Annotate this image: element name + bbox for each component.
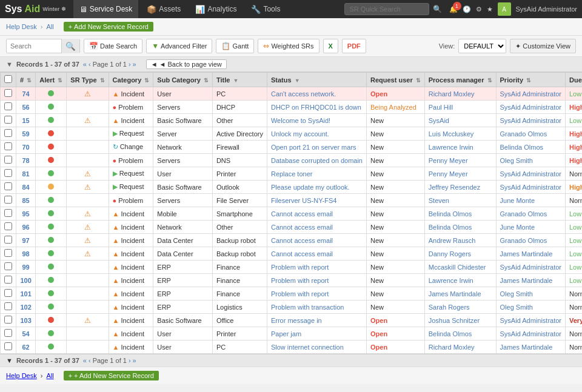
nav-item-analytics[interactable]: 📊 Analytics <box>189 0 242 18</box>
row-checkbox[interactable] <box>4 129 12 137</box>
procmgr-link[interactable]: James Martindale <box>500 344 553 351</box>
row-checkbox[interactable] <box>4 276 12 284</box>
nav-item-assets[interactable]: 📦 Assets <box>141 0 187 18</box>
procmgr-link[interactable]: SysAid Administrator <box>500 330 561 337</box>
title-link[interactable]: DHCP on FRHQDC01 is down <box>271 104 361 111</box>
row-checkbox[interactable] <box>4 89 12 97</box>
header-checkbox[interactable] <box>1 73 16 87</box>
table-row[interactable]: 99 ▲ Incident ERP Finance Problem with r… <box>1 261 583 274</box>
nav-item-tools[interactable]: 🔧 Tools <box>245 0 286 18</box>
title-link[interactable]: Open port 21 on server mars <box>271 144 356 151</box>
add-service-record-button[interactable]: + Add New Service Record <box>64 22 153 32</box>
requser-link[interactable]: Sarah Rogers <box>429 304 470 311</box>
breadcrumb-all[interactable]: All <box>46 23 53 30</box>
bottom-breadcrumb-all[interactable]: All <box>46 372 53 379</box>
title-link[interactable]: Paper jam <box>271 330 301 337</box>
bottom-page-next[interactable]: › <box>129 357 131 364</box>
header-title[interactable]: Title ▼ <box>212 73 267 87</box>
requser-link[interactable]: SysAid <box>429 117 449 124</box>
export-pdf-button[interactable]: PDF <box>342 39 366 53</box>
title-link[interactable]: Unlock my account. <box>271 130 329 138</box>
row-checkbox[interactable] <box>4 196 12 204</box>
table-row[interactable]: 84 ⚠ ▶ Request Basic Software Outlook Pl… <box>1 181 583 194</box>
procmgr-link[interactable]: Oleg Smith <box>500 290 533 297</box>
star-icon[interactable]: ★ <box>487 5 493 13</box>
table-row[interactable]: 81 ⚠ ▶ Request User Printer Replace tone… <box>1 167 583 181</box>
bottom-breadcrumb-help-desk[interactable]: Help Desk <box>6 372 37 379</box>
sr-number-link[interactable]: 102 <box>20 304 31 311</box>
customize-view-button[interactable]: ✦ Customize View <box>510 39 576 53</box>
title-link[interactable]: Problem with report <box>271 264 329 271</box>
row-checkbox[interactable] <box>4 102 12 110</box>
row-checkbox[interactable] <box>4 116 12 124</box>
header-duedate[interactable]: Due Date ⇅ <box>566 73 583 87</box>
procmgr-link[interactable]: June Monte <box>500 224 535 231</box>
collapse-icon-bottom[interactable]: ▼ <box>6 357 13 364</box>
table-row[interactable]: 62 ▲ Incident User PC Slow internet conn… <box>1 341 583 354</box>
requser-link[interactable]: Penny Meyer <box>429 170 468 178</box>
row-checkbox[interactable] <box>4 156 12 164</box>
row-checkbox[interactable] <box>4 302 12 310</box>
row-checkbox[interactable] <box>4 169 12 177</box>
bottom-add-service-record-button[interactable]: + + Add New Service Record <box>64 371 159 380</box>
requser-link[interactable]: Paul Hill <box>429 104 453 111</box>
procmgr-link[interactable]: SysAid Administrator <box>500 264 561 271</box>
row-checkbox[interactable] <box>4 289 12 297</box>
row-checkbox[interactable] <box>4 182 12 190</box>
requser-link[interactable]: Lawrence Irwin <box>429 277 473 284</box>
procmgr-link[interactable]: James Martindale <box>500 250 553 257</box>
sr-number-link[interactable]: 15 <box>22 117 29 124</box>
title-link[interactable]: Can't access network. <box>271 90 336 98</box>
requser-link[interactable]: Steven <box>429 197 449 204</box>
requser-link[interactable]: Joshua Schnitzer <box>429 317 480 324</box>
procmgr-link[interactable]: SysAid Administrator <box>500 117 561 124</box>
title-link[interactable]: Cannot access email <box>271 237 333 244</box>
requser-link[interactable]: James Martindale <box>429 290 481 297</box>
breadcrumb-help-desk[interactable]: Help Desk <box>6 23 37 30</box>
advanced-filter-button[interactable]: ▼ Advanced Filter <box>146 39 212 53</box>
table-row[interactable]: 15 ⚠ ▲ Incident Basic Software Other Wel… <box>1 114 583 127</box>
procmgr-link[interactable]: SysAid Administrator <box>500 104 561 111</box>
sr-number-link[interactable]: 100 <box>20 277 31 284</box>
title-link[interactable]: Cannot access email <box>271 224 333 231</box>
sr-number-link[interactable]: 97 <box>22 237 29 244</box>
table-row[interactable]: 56 ● Problem Servers DHCP DHCP on FRHQDC… <box>1 101 583 114</box>
collapse-icon[interactable]: ▼ <box>6 61 13 68</box>
row-checkbox[interactable] <box>4 222 12 230</box>
table-row[interactable]: 98 ⚠ ▲ Incident Data Center Backup robot… <box>1 247 583 261</box>
row-checkbox[interactable] <box>4 316 12 324</box>
procmgr-link[interactable]: James Martindale <box>500 277 553 284</box>
search-input[interactable] <box>7 41 61 51</box>
row-checkbox[interactable] <box>4 249 12 257</box>
procmgr-link[interactable]: Granado Olmos <box>500 130 547 138</box>
notification-badge[interactable]: 🔔 1 <box>449 5 458 13</box>
procmgr-link[interactable]: SysAid Administrator <box>500 170 561 178</box>
export-excel-button[interactable]: X <box>323 39 338 53</box>
page-last-icon[interactable]: » <box>133 61 136 68</box>
procmgr-link[interactable]: SysAid Administrator <box>500 90 561 98</box>
select-all-checkbox[interactable] <box>4 75 12 83</box>
search-button[interactable]: 🔍 <box>61 39 79 53</box>
title-link[interactable]: Database corrupted on domain <box>271 157 363 164</box>
procmgr-link[interactable]: SysAid Administrator <box>500 317 561 324</box>
row-checkbox[interactable] <box>4 342 12 350</box>
requser-link[interactable]: Penny Meyer <box>429 157 468 164</box>
title-link[interactable]: Cannot access email <box>271 210 333 218</box>
back-to-page-view-button[interactable]: ◄ ◄ Back to page view <box>146 59 227 69</box>
weighted-srs-button[interactable]: ⇔ Weighted SRs <box>258 39 319 53</box>
row-checkbox[interactable] <box>4 329 12 337</box>
sr-number-link[interactable]: 95 <box>22 210 29 218</box>
header-procmgr[interactable]: Process manager ⇅ <box>424 73 496 87</box>
sr-number-link[interactable]: 103 <box>20 317 31 324</box>
sr-number-link[interactable]: 96 <box>22 224 29 231</box>
table-row[interactable]: 85 ● Problem Servers File Server Fileser… <box>1 194 583 207</box>
bottom-page-prev[interactable]: ‹ <box>89 357 91 364</box>
requser-link[interactable]: Andrew Rausch <box>429 237 476 244</box>
requser-link[interactable]: Belinda Olmos <box>429 210 472 218</box>
requser-link[interactable]: Danny Rogers <box>429 250 471 257</box>
table-row[interactable]: 96 ⚠ ▲ Incident Network Other Cannot acc… <box>1 221 583 234</box>
table-row[interactable]: 78 ● Problem Servers DNS Database corrup… <box>1 154 583 167</box>
header-requser[interactable]: Request user ⇅ <box>366 73 424 87</box>
header-alert[interactable]: Alert ⇅ <box>36 73 67 87</box>
requser-link[interactable]: Richard Moxley <box>429 90 475 98</box>
